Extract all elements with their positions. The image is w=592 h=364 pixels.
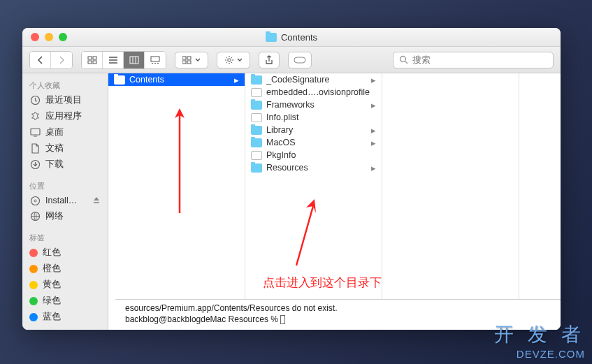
svg-rect-0 [88, 57, 92, 59]
view-icons-button[interactable] [82, 52, 103, 68]
share-icon [265, 55, 273, 65]
column-item-name: PkgInfo [266, 150, 376, 160]
sidebar-item-applications[interactable]: 应用程序 [22, 108, 108, 124]
svg-rect-6 [152, 63, 153, 64]
annotation-arrow-1 [169, 108, 190, 213]
nav-buttons [29, 51, 73, 69]
sidebar-item-label: 蓝色 [43, 311, 61, 323]
sidebar-tag-blue[interactable]: 蓝色 [22, 309, 108, 325]
sidebar-item-documents[interactable]: 文稿 [22, 140, 108, 156]
gear-icon [224, 55, 234, 65]
sidebar-tag-red[interactable]: 红色 [22, 245, 108, 261]
titlebar: Contents [22, 28, 561, 47]
group-button[interactable] [175, 52, 208, 68]
svg-point-15 [400, 57, 406, 62]
column-item[interactable]: Info.plist [245, 111, 382, 124]
globe-icon [29, 211, 41, 222]
svg-rect-9 [182, 57, 186, 59]
sidebar-item-label: 黄色 [43, 279, 61, 291]
folder-icon [251, 75, 262, 85]
sidebar-item-label: 桌面 [45, 126, 64, 138]
column-item[interactable]: embedded….ovisionprofile [245, 86, 382, 99]
svg-rect-3 [93, 61, 96, 64]
window-title-text: Contents [281, 32, 317, 43]
finder-window: Contents [22, 28, 561, 330]
folder-icon [251, 126, 262, 135]
column-item-name: Frameworks [266, 100, 367, 110]
back-button[interactable] [30, 52, 51, 68]
traffic-lights [22, 33, 67, 41]
column-item[interactable]: Resources▸ [245, 161, 382, 174]
file-icon [251, 151, 262, 160]
sidebar-tag-green[interactable]: 绿色 [22, 293, 108, 309]
sidebar-item-label: 文稿 [45, 143, 64, 154]
sidebar-item-label: 绿色 [43, 295, 61, 307]
view-gallery-button[interactable] [145, 52, 166, 68]
forward-button[interactable] [51, 52, 72, 68]
sidebar-item-network[interactable]: 网络 [22, 208, 108, 224]
tag-dot-icon [29, 313, 38, 321]
svg-rect-12 [187, 61, 191, 64]
sidebar-item-label: 网络 [45, 210, 64, 222]
sidebar-tag-orange[interactable]: 橙色 [22, 261, 108, 277]
column-item[interactable]: _CodeSignature▸ [245, 73, 382, 86]
chevron-right-icon: ▸ [371, 75, 376, 85]
view-mode-segment [81, 51, 166, 69]
terminal-prompt[interactable]: backblog@backblogdeMac Resources % [125, 314, 551, 325]
sidebar-item-label: 橙色 [43, 263, 61, 275]
app-icon [29, 111, 41, 122]
column-item[interactable]: Contents▸ [108, 73, 245, 86]
file-icon [251, 88, 262, 97]
chevron-right-icon: ▸ [371, 138, 376, 148]
svg-rect-14 [294, 57, 305, 63]
tag-dot-icon [29, 265, 38, 273]
column-item[interactable]: Frameworks▸ [245, 99, 382, 111]
download-icon [29, 159, 41, 170]
chevron-right-icon: ▸ [234, 75, 239, 85]
sidebar-tag-yellow[interactable]: 黄色 [22, 277, 108, 293]
sidebar-item-label: 应用程序 [45, 110, 82, 122]
column-item-name: MacOS [266, 138, 367, 147]
svg-point-19 [31, 196, 39, 205]
search-input[interactable] [412, 54, 547, 65]
sidebar-header-locations: 位置 [22, 178, 108, 193]
sidebar-item-recents[interactable]: 最近项目 [22, 92, 108, 108]
share-button[interactable] [259, 52, 280, 68]
action-menu-button[interactable] [217, 52, 250, 68]
tag-icon [294, 57, 306, 64]
maximize-button[interactable] [59, 33, 67, 41]
eject-button[interactable] [92, 196, 101, 206]
svg-rect-8 [157, 63, 159, 64]
watermark: 开 发 者 DEVZE.COM [494, 321, 585, 360]
sidebar-item-label: Install… [45, 196, 77, 205]
minimize-button[interactable] [45, 33, 53, 41]
svg-rect-5 [151, 57, 159, 61]
sidebar-item-downloads[interactable]: 下载 [22, 156, 108, 173]
column-item-name: _CodeSignature [266, 75, 367, 85]
column-item-name: Library [266, 125, 367, 135]
sidebar-item-install[interactable]: Install… [22, 193, 108, 208]
window-title: Contents [266, 32, 317, 43]
tags-button[interactable] [288, 52, 312, 68]
column-item[interactable]: PkgInfo [245, 149, 382, 161]
svg-rect-10 [182, 61, 186, 64]
view-columns-button[interactable] [124, 52, 145, 68]
column-item[interactable]: Library▸ [245, 124, 382, 136]
column-item-name: Info.plist [266, 112, 376, 122]
view-list-button[interactable] [103, 52, 124, 68]
svg-rect-11 [187, 57, 191, 59]
sidebar-header-favorites: 个人收藏 [22, 78, 108, 92]
sidebar-item-desktop[interactable]: 桌面 [22, 124, 108, 140]
annotation-arrow-2 [288, 199, 330, 269]
chevron-right-icon: ▸ [371, 163, 376, 173]
terminal-line: esources/Premium.app/Contents/Resources … [125, 303, 551, 314]
chevron-right-icon: ▸ [371, 100, 376, 110]
doc-icon [29, 143, 41, 154]
column-item-name: embedded….ovisionprofile [266, 87, 376, 97]
column-item[interactable]: MacOS▸ [245, 136, 382, 149]
folder-icon [251, 163, 262, 173]
clock-icon [29, 95, 41, 106]
close-button[interactable] [31, 33, 39, 41]
file-icon [251, 113, 262, 122]
search-field[interactable] [393, 52, 554, 68]
